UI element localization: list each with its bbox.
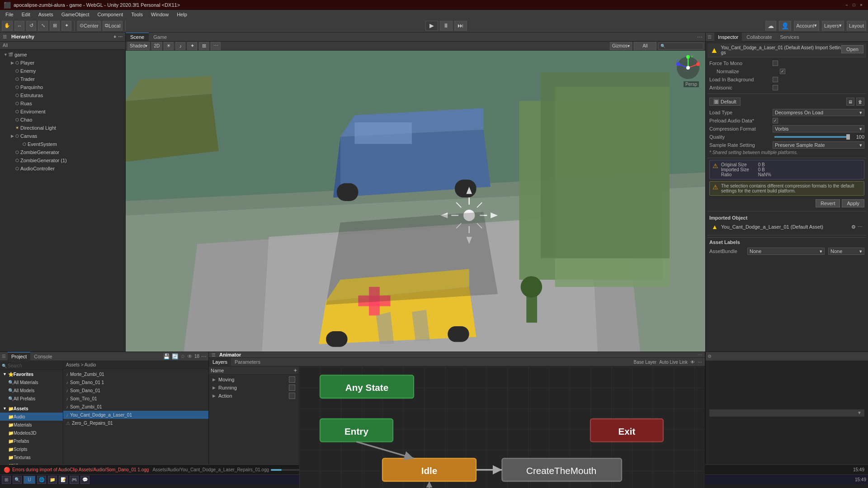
platform-monitor-icon[interactable]: 🖥 [846, 98, 854, 106]
project-star-icon[interactable]: ☆ [180, 353, 185, 360]
project-refresh-icon[interactable]: 🔄 [172, 353, 179, 360]
step-button[interactable]: ⏭ [454, 21, 467, 31]
all-layers-search[interactable]: All [634, 42, 656, 50]
effects-btn[interactable]: ✦ [187, 42, 197, 50]
project-search-bar[interactable]: 🔍 Search [0, 362, 63, 370]
apply-button[interactable]: Apply [842, 199, 864, 207]
scene-more-btn[interactable]: ⋯ [211, 42, 221, 50]
project-file-som-zumbi[interactable]: ♪ Som_Zumbi_01 [63, 403, 208, 411]
minimize-btn[interactable]: − [844, 2, 850, 8]
project-file-zero-g[interactable]: ⚠ Zero_G_Repairs_01 [63, 419, 208, 427]
tab-scene[interactable]: Scene [126, 33, 149, 42]
hierarchy-item-audiocontroller[interactable]: ▶ ⬡ AudioController [0, 164, 125, 173]
animator-eye-icon[interactable]: 👁 [690, 360, 695, 365]
sidebar-item-audio[interactable]: 📁 Audio [0, 413, 63, 421]
start-btn[interactable]: ⊞ [2, 476, 11, 484]
hierarchy-item-eventsystem[interactable]: ▶ ⬡ EventSystem [0, 140, 125, 148]
project-file-you-cant-dodge[interactable]: ♪ You_Cant_Dodge_a_Laser_01 [63, 411, 208, 419]
collab-icon[interactable]: ☁ [765, 21, 776, 31]
compression-dropdown[interactable]: Vorbis ▾ [773, 125, 864, 132]
layout-dropdown[interactable]: Layout [847, 21, 866, 31]
project-file-som-dano-1[interactable]: ♪ Som_Dano_01 1 [63, 378, 208, 386]
asset-bundle-variant-dropdown[interactable]: None ▾ [828, 248, 864, 255]
gizmos-dropdown[interactable]: Gizmos ▾ [610, 42, 632, 50]
maximize-btn[interactable]: □ [851, 2, 857, 8]
pause-button[interactable]: ⏸ [440, 21, 453, 31]
lighting-btn[interactable]: ☀ [164, 42, 174, 50]
menu-tools[interactable]: Tools [127, 10, 146, 19]
sidebar-item-materials[interactable]: 📁 Materials [0, 421, 63, 429]
asset-bundle-dropdown[interactable]: None ▾ [747, 248, 825, 255]
sample-rate-dropdown[interactable]: Preserve Sample Rate ▾ [773, 141, 864, 149]
imported-item-settings-icon[interactable]: ⚙ [851, 224, 856, 230]
chat-taskbar-btn[interactable]: 💬 [80, 476, 90, 484]
imported-item-menu-icon[interactable]: ⋯ [858, 224, 863, 230]
sidebar-item-all-prefabs[interactable]: 🔍 All Prefabs [0, 394, 63, 403]
hierarchy-item-parquinho[interactable]: ▶ ⬡ Parquinho [0, 83, 125, 91]
browser-taskbar-btn[interactable]: 🌐 [37, 476, 46, 484]
shading-dropdown[interactable]: Shaded ▾ [127, 42, 150, 50]
project-file-morte-zumbi[interactable]: ♪ Morte_Zumbi_01 [63, 370, 208, 378]
tab-collaborate[interactable]: Collaborate [743, 33, 775, 42]
hierarchy-item-chao[interactable]: ▶ ⬡ Chao [0, 116, 125, 124]
sidebar-item-favorites[interactable]: ▼ ⭐ Favorites [0, 370, 63, 378]
preload-audio-checkbox[interactable] [773, 118, 778, 123]
pivot-center-btn[interactable]: ⊙ Center [77, 21, 101, 31]
transform-tool[interactable]: ✦ [61, 21, 71, 31]
hierarchy-item-estruturas[interactable]: ▶ ⬡ Estruturas [0, 91, 125, 99]
tab-services[interactable]: Services [777, 33, 803, 42]
open-button[interactable]: Open [841, 45, 863, 53]
scene-menu-icon[interactable]: ⋯ [697, 34, 703, 40]
scene-search-box[interactable]: 🔍 [658, 42, 703, 50]
animator-menu2-icon[interactable]: ⋯ [698, 360, 702, 365]
animator-add-btn[interactable]: + [293, 367, 297, 374]
scale-tool[interactable]: ⤡ [38, 21, 48, 31]
close-btn[interactable]: × [858, 2, 864, 8]
normalize-checkbox[interactable] [780, 69, 785, 74]
animator-parameters-tab[interactable]: Parameters [231, 358, 264, 366]
load-in-background-checkbox[interactable] [773, 77, 778, 82]
project-save-icon[interactable]: 💾 [163, 353, 170, 360]
tab-project[interactable]: Project [8, 352, 30, 361]
hierarchy-item-enemy[interactable]: ▶ ⬡ Enemy [0, 67, 125, 75]
action-checkbox[interactable] [289, 393, 295, 399]
quality-slider[interactable] [774, 136, 850, 138]
menu-component[interactable]: Component [94, 10, 127, 19]
hierarchy-item-game[interactable]: ▼ 🎬 game [0, 51, 125, 59]
xbox-taskbar-btn[interactable]: 🎮 [70, 476, 79, 484]
sidebar-item-ui[interactable]: 📁 UI [0, 461, 63, 465]
tab-inspector[interactable]: Inspector [714, 33, 742, 42]
play-button[interactable]: ▶ [425, 21, 438, 31]
tab-game[interactable]: Game [149, 33, 171, 42]
layers-dropdown[interactable]: Layers ▾ [822, 21, 844, 31]
animator-menu-icon[interactable]: ⋯ [698, 352, 702, 357]
hierarchy-item-canvas[interactable]: ▶ ⬡ Canvas [0, 132, 125, 140]
sidebar-item-assets[interactable]: ▼ 📁 Assets [0, 404, 63, 413]
hierarchy-item-directional-light[interactable]: ▶ ☀ Directional Light [0, 124, 125, 132]
sidebar-item-all-models[interactable]: 🔍 All Models [0, 386, 63, 394]
running-checkbox[interactable] [289, 385, 295, 391]
audio-btn[interactable]: ♪ [175, 42, 185, 50]
load-type-dropdown[interactable]: Decompress On Load ▾ [773, 109, 864, 116]
move-tool[interactable]: ↔ [14, 21, 24, 31]
menu-assets[interactable]: Assets [35, 10, 57, 19]
account-icon[interactable]: 👤 [779, 21, 791, 31]
space-local-btn[interactable]: ⧉ Local [103, 21, 123, 31]
hierarchy-item-zombiegenerator[interactable]: ▶ ⬡ ZombieGenerator [0, 148, 125, 156]
moving-checkbox[interactable] [289, 376, 295, 383]
menu-help[interactable]: Help [173, 10, 191, 19]
hierarchy-item-zombiegenerator1[interactable]: ▶ ⬡ ZombieGenerator (1) [0, 156, 125, 164]
project-file-som-tiro[interactable]: ♪ Som_Tiro_01 [63, 394, 208, 403]
force-to-mono-checkbox[interactable] [773, 61, 778, 66]
rotate-tool[interactable]: ↺ [26, 21, 36, 31]
ambisonic-checkbox[interactable] [773, 85, 778, 90]
sidebar-item-scripts[interactable]: 📁 Scripts [0, 445, 63, 453]
hierarchy-search-icon[interactable]: + [113, 34, 116, 39]
menu-file[interactable]: File [2, 10, 17, 19]
sidebar-item-all-materials[interactable]: 🔍 All Materials [0, 378, 63, 386]
animator-layers-tab[interactable]: Layers [209, 358, 231, 366]
unity-taskbar-btn[interactable]: U [24, 476, 35, 484]
animator-state-area[interactable]: Any State Entry Exit Idle Cr [299, 366, 705, 488]
default-platform-btn[interactable]: ⊞ Default [709, 98, 741, 106]
hierarchy-item-trader[interactable]: ▶ ⬡ Trader [0, 75, 125, 83]
